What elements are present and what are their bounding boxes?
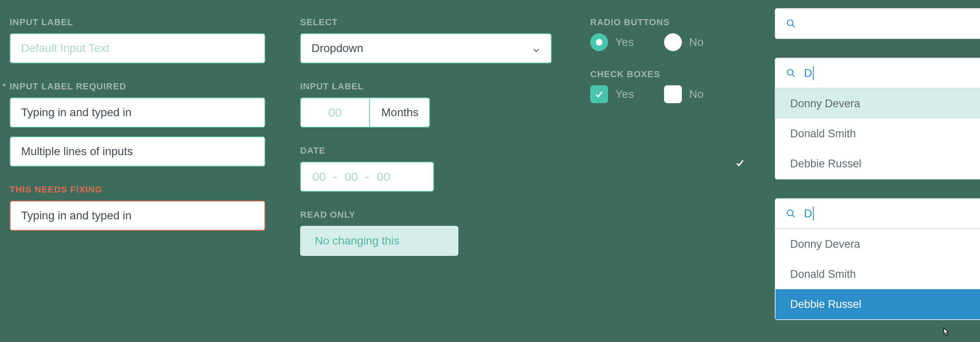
default-text-input[interactable]: Default Input Text [10,33,265,63]
svg-point-4 [787,210,793,216]
pointer-cursor-icon [940,327,951,339]
date-day: 00 [312,170,326,184]
number-input-label: INPUT LABEL [300,81,552,92]
search-query: D [804,207,814,221]
radio-yes[interactable]: Yes [590,33,634,51]
dash-icon: - [365,170,370,184]
svg-line-3 [792,74,795,77]
radio-yes-label: Yes [615,36,634,49]
search-icon [786,209,796,219]
months-suffix: Months [370,98,429,127]
date-input[interactable]: 00 - 00 - 00 [300,162,434,192]
search-box-empty[interactable] [775,8,980,39]
chevron-down-icon [532,44,540,52]
text-cursor-icon [813,66,814,80]
multiline-input-line-1[interactable]: Typing in and typed in [10,97,265,128]
search-box-results-teal[interactable]: D Donny Devera Donald Smith Debbie Russe… [775,58,980,180]
date-month: 00 [344,170,358,184]
radio-no-label: No [689,36,704,49]
readonly-label: READ ONLY [300,210,552,220]
months-number-placeholder: 00 [301,98,370,127]
search-icon [786,19,796,28]
radio-dot-icon [590,33,608,51]
check-icon [735,158,745,170]
radio-label: RADIO BUTTONS [590,17,752,28]
input-label-required: INPUT LABEL REQUIRED [10,81,265,92]
date-label: DATE [300,145,552,156]
checkbox-yes-label: Yes [615,88,634,101]
search-box-results-blue[interactable]: D Donny Devera Donald Smith Debbie Russe… [775,198,980,320]
radio-no[interactable]: No [664,33,704,51]
checkbox-yes[interactable]: Yes [590,85,634,103]
search-query: D [804,66,814,80]
text-cursor-icon [813,207,814,221]
readonly-field: No changing this [300,226,458,256]
search-option[interactable]: Donald Smith [776,119,980,149]
checkbox-box-icon [590,85,608,103]
multiline-input-line-2[interactable]: Multiple lines of inputs [10,136,265,167]
search-option[interactable]: Donny Devera [776,229,980,259]
checkbox-no[interactable]: No [664,85,704,103]
months-input[interactable]: 00 Months [300,97,430,128]
date-year: 00 [377,170,390,184]
select-label: SELECT [300,17,552,28]
checkbox-no-label: No [689,88,704,101]
search-option[interactable]: Debbie Russel [776,149,980,179]
search-icon [786,68,796,78]
input-label: INPUT LABEL [10,17,265,28]
svg-point-2 [787,69,793,75]
input-label-error: THIS NEEDS FIXING [10,184,265,195]
checkbox-label: CHECK BOXES [590,69,752,80]
search-option[interactable]: Donald Smith [776,259,980,289]
search-option[interactable]: Donny Devera [776,89,980,119]
error-input[interactable]: Typing in and typed in [10,201,265,231]
svg-line-1 [792,25,795,27]
svg-line-5 [792,215,795,217]
svg-point-0 [787,20,793,26]
radio-dot-icon [664,33,682,51]
dropdown-value: Dropdown [312,42,363,55]
dropdown[interactable]: Dropdown [300,33,552,63]
checkbox-box-icon [664,85,682,103]
dash-icon: - [333,170,337,184]
search-option[interactable]: Debbie Russel [776,289,980,319]
